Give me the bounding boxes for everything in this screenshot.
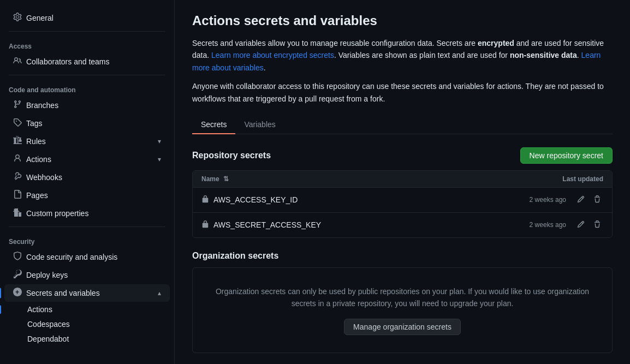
sidebar-item-pages[interactable]: Pages xyxy=(4,187,170,204)
secret-name-1: AWS_ACCESS_KEY_ID xyxy=(213,195,298,204)
sidebar-section-security: Security xyxy=(0,231,174,248)
secret-actions-2 xyxy=(575,218,603,232)
people-icon xyxy=(13,56,22,67)
description-bold-nonsensitive: non-sensitive data xyxy=(510,51,577,59)
sidebar-item-branches[interactable]: Branches xyxy=(4,97,170,114)
secret-row-1-name: AWS_ACCESS_KEY_ID xyxy=(201,195,530,205)
page-title: Actions secrets and variables xyxy=(192,13,613,28)
edit-secret-1-button[interactable] xyxy=(575,193,587,207)
link-learn-encrypted[interactable]: Learn more about encrypted secrets xyxy=(211,51,334,59)
sidebar-tags-label: Tags xyxy=(26,119,43,128)
actions-icon xyxy=(13,154,22,165)
secret-name-2: AWS_SECRET_ACCESS_KEY xyxy=(213,220,321,229)
repo-secrets-table: Name ⇅ Last updated AWS_ACCESS_KEY_ID 2 … xyxy=(192,170,613,238)
sidebar-section-access: Access xyxy=(0,36,174,52)
rules-icon xyxy=(13,136,22,147)
delete-secret-2-button[interactable] xyxy=(591,218,603,232)
sidebar-sub-item-codespaces[interactable]: Codespaces xyxy=(4,317,170,331)
rules-chevron-icon: ▾ xyxy=(158,138,161,145)
edit-secret-2-button[interactable] xyxy=(575,218,587,232)
table-row: AWS_SECRET_ACCESS_KEY 2 weeks ago xyxy=(193,213,612,237)
sidebar-item-secrets-variables[interactable]: Secrets and variables ▴ xyxy=(4,284,170,302)
sidebar-branches-label: Branches xyxy=(26,101,58,110)
plus-box-icon xyxy=(13,288,22,299)
description-secrets: Secrets and variables allow you to manag… xyxy=(192,37,613,74)
sidebar-webhooks-label: Webhooks xyxy=(26,173,62,182)
org-secrets-box: Organization secrets can only be used by… xyxy=(192,267,613,353)
org-secrets-title: Organization secrets xyxy=(192,251,613,261)
secret-updated-2: 2 weeks ago xyxy=(530,221,566,229)
sidebar-section-code-automation: Code and automation xyxy=(0,80,174,96)
table-row: AWS_ACCESS_KEY_ID 2 weeks ago xyxy=(193,188,612,213)
gear-icon xyxy=(13,13,22,23)
sidebar-code-security-label: Code security and analysis xyxy=(26,253,117,261)
actions-chevron-icon: ▾ xyxy=(158,156,161,163)
webhooks-icon xyxy=(13,172,22,183)
sidebar-deploy-keys-label: Deploy keys xyxy=(26,271,68,279)
new-repo-secret-button[interactable]: New repository secret xyxy=(520,147,613,164)
lock-icon-2 xyxy=(201,220,209,230)
sidebar-item-rules[interactable]: Rules ▾ xyxy=(4,133,170,150)
sidebar-sub-item-actions[interactable]: Actions xyxy=(4,302,170,317)
sidebar-item-code-security[interactable]: Code security and analysis xyxy=(4,248,170,266)
sidebar-divider-2 xyxy=(9,75,165,75)
sidebar-rules-label: Rules xyxy=(26,137,46,146)
sidebar-item-webhooks[interactable]: Webhooks xyxy=(4,169,170,186)
sidebar-item-actions[interactable]: Actions ▾ xyxy=(4,151,170,168)
table-header: Name ⇅ Last updated xyxy=(193,171,612,188)
shield-icon xyxy=(13,252,22,262)
sidebar-item-collaborators[interactable]: Collaborators and teams xyxy=(4,53,170,70)
table-header-last-updated: Last updated xyxy=(562,175,603,183)
sidebar-collaborators-label: Collaborators and teams xyxy=(26,57,110,66)
sidebar-item-general-label: General xyxy=(26,14,54,22)
sidebar-pages-label: Pages xyxy=(26,191,48,200)
sidebar-custom-properties-label: Custom properties xyxy=(26,209,88,218)
description-bold-encrypted: encrypted xyxy=(478,39,514,47)
org-secrets-info: Organization secrets can only be used by… xyxy=(206,285,599,310)
pages-icon xyxy=(13,190,22,201)
repo-secrets-title: Repository secrets xyxy=(192,151,271,160)
secret-actions-1 xyxy=(575,193,603,207)
repo-secrets-header: Repository secrets New repository secret xyxy=(192,147,613,164)
sidebar-sub-item-dependabot[interactable]: Dependabot xyxy=(4,332,170,346)
branch-icon xyxy=(13,100,22,111)
sidebar-item-tags[interactable]: Tags xyxy=(4,115,170,132)
sort-icon: ⇅ xyxy=(223,175,229,183)
sidebar-sub-codespaces-label: Codespaces xyxy=(27,320,70,329)
sidebar-actions-label: Actions xyxy=(26,155,51,164)
sidebar-divider-3 xyxy=(9,226,165,227)
sidebar-item-general[interactable]: General xyxy=(4,9,170,27)
tabs-container: Secrets Variables xyxy=(192,116,613,134)
main-content: Actions secrets and variables Secrets an… xyxy=(175,0,630,364)
secrets-chevron-icon: ▴ xyxy=(158,289,161,297)
custom-properties-icon xyxy=(13,208,22,219)
tab-secrets[interactable]: Secrets xyxy=(192,116,235,134)
info-text: Anyone with collaborator access to this … xyxy=(192,80,613,105)
sidebar: General Access Collaborators and teams C… xyxy=(0,0,175,364)
secret-updated-1: 2 weeks ago xyxy=(530,196,566,204)
sidebar-item-custom-properties[interactable]: Custom properties xyxy=(4,205,170,222)
lock-icon-1 xyxy=(201,195,209,205)
key-icon xyxy=(13,270,22,281)
delete-secret-1-button[interactable] xyxy=(591,193,603,207)
tab-variables[interactable]: Variables xyxy=(235,116,284,134)
sidebar-sub-actions-label: Actions xyxy=(27,305,52,314)
manage-org-secrets-button[interactable]: Manage organization secrets xyxy=(344,319,461,335)
sidebar-sub-dependabot-label: Dependabot xyxy=(27,335,69,343)
sidebar-divider-1 xyxy=(9,31,165,32)
sidebar-item-deploy-keys[interactable]: Deploy keys xyxy=(4,266,170,284)
sidebar-secrets-variables-label: Secrets and variables xyxy=(26,289,100,297)
table-header-name: Name ⇅ xyxy=(201,175,229,183)
secret-row-2-name: AWS_SECRET_ACCESS_KEY xyxy=(201,220,530,230)
tag-icon xyxy=(13,118,22,129)
